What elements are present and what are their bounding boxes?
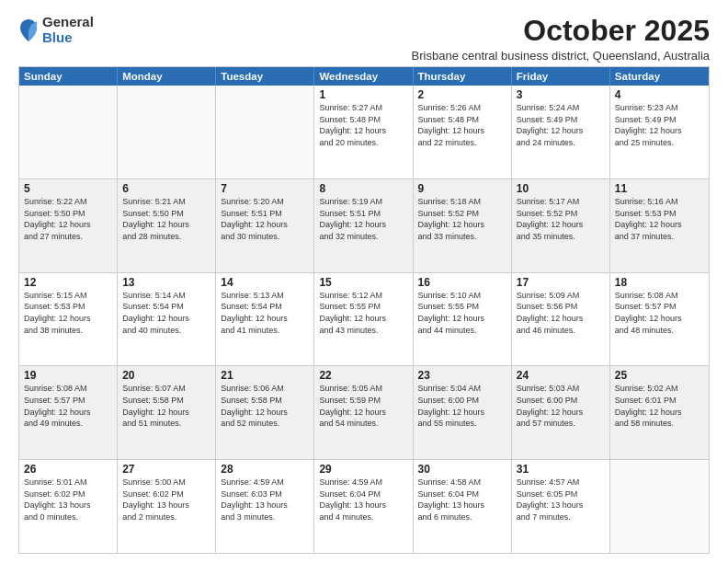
calendar-body: 1Sunrise: 5:27 AM Sunset: 5:48 PM Daylig… — [19, 86, 709, 553]
day-info: Sunrise: 5:24 AM Sunset: 5:49 PM Dayligh… — [517, 102, 605, 148]
day-number: 14 — [221, 276, 309, 289]
day-number: 25 — [615, 369, 704, 382]
logo-blue: Blue — [42, 30, 94, 46]
day-info: Sunrise: 5:22 AM Sunset: 5:50 PM Dayligh… — [24, 196, 112, 242]
day-number: 18 — [615, 276, 704, 289]
header-day-thursday: Thursday — [414, 67, 512, 86]
day-cell-6: 6Sunrise: 5:21 AM Sunset: 5:50 PM Daylig… — [118, 179, 216, 272]
day-number: 3 — [517, 88, 605, 101]
week-row-1: 1Sunrise: 5:27 AM Sunset: 5:48 PM Daylig… — [19, 86, 709, 179]
day-number: 7 — [221, 182, 309, 195]
day-cell-2: 2Sunrise: 5:26 AM Sunset: 5:48 PM Daylig… — [414, 86, 512, 178]
day-cell-13: 13Sunrise: 5:14 AM Sunset: 5:54 PM Dayli… — [118, 273, 216, 366]
day-number: 10 — [517, 182, 605, 195]
calendar-header: SundayMondayTuesdayWednesdayThursdayFrid… — [19, 67, 709, 86]
day-info: Sunrise: 4:59 AM Sunset: 6:04 PM Dayligh… — [319, 477, 407, 523]
month-title: October 2025 — [412, 15, 710, 47]
day-info: Sunrise: 5:03 AM Sunset: 6:00 PM Dayligh… — [517, 383, 605, 429]
day-cell-23: 23Sunrise: 5:04 AM Sunset: 6:00 PM Dayli… — [414, 366, 512, 459]
day-cell-11: 11Sunrise: 5:16 AM Sunset: 5:53 PM Dayli… — [610, 179, 709, 272]
day-cell-28: 28Sunrise: 4:59 AM Sunset: 6:03 PM Dayli… — [216, 460, 314, 553]
day-cell-27: 27Sunrise: 5:00 AM Sunset: 6:02 PM Dayli… — [118, 460, 216, 553]
day-cell-16: 16Sunrise: 5:10 AM Sunset: 5:55 PM Dayli… — [414, 273, 512, 366]
day-info: Sunrise: 5:20 AM Sunset: 5:51 PM Dayligh… — [221, 196, 309, 242]
day-info: Sunrise: 5:02 AM Sunset: 6:01 PM Dayligh… — [615, 383, 704, 429]
day-number: 9 — [418, 182, 506, 195]
header-day-saturday: Saturday — [610, 67, 709, 86]
empty-cell — [19, 86, 118, 178]
day-cell-19: 19Sunrise: 5:08 AM Sunset: 5:57 PM Dayli… — [19, 366, 118, 459]
day-cell-10: 10Sunrise: 5:17 AM Sunset: 5:52 PM Dayli… — [512, 179, 610, 272]
day-cell-22: 22Sunrise: 5:05 AM Sunset: 5:59 PM Dayli… — [314, 366, 413, 459]
day-info: Sunrise: 4:57 AM Sunset: 6:05 PM Dayligh… — [517, 477, 605, 523]
day-cell-7: 7Sunrise: 5:20 AM Sunset: 5:51 PM Daylig… — [216, 179, 314, 272]
day-cell-14: 14Sunrise: 5:13 AM Sunset: 5:54 PM Dayli… — [216, 273, 314, 366]
empty-cell — [610, 460, 709, 553]
day-info: Sunrise: 5:27 AM Sunset: 5:48 PM Dayligh… — [319, 102, 407, 148]
day-number: 23 — [418, 369, 506, 382]
day-number: 21 — [221, 369, 309, 382]
week-row-4: 19Sunrise: 5:08 AM Sunset: 5:57 PM Dayli… — [19, 366, 709, 460]
week-row-5: 26Sunrise: 5:01 AM Sunset: 6:02 PM Dayli… — [19, 460, 709, 553]
day-cell-30: 30Sunrise: 4:58 AM Sunset: 6:04 PM Dayli… — [414, 460, 512, 553]
day-cell-5: 5Sunrise: 5:22 AM Sunset: 5:50 PM Daylig… — [19, 179, 118, 272]
day-number: 4 — [615, 88, 704, 101]
day-number: 5 — [24, 182, 112, 195]
page: General Blue October 2025 Brisbane centr… — [0, 0, 728, 563]
day-info: Sunrise: 5:07 AM Sunset: 5:58 PM Dayligh… — [122, 383, 210, 429]
day-number: 15 — [319, 276, 407, 289]
day-number: 12 — [24, 276, 112, 289]
day-info: Sunrise: 5:12 AM Sunset: 5:55 PM Dayligh… — [319, 290, 407, 336]
week-row-3: 12Sunrise: 5:15 AM Sunset: 5:53 PM Dayli… — [19, 273, 709, 367]
header-day-friday: Friday — [512, 67, 610, 86]
day-info: Sunrise: 5:19 AM Sunset: 5:51 PM Dayligh… — [319, 196, 407, 242]
day-info: Sunrise: 5:08 AM Sunset: 5:57 PM Dayligh… — [615, 290, 704, 336]
subtitle: Brisbane central business district, Quee… — [412, 49, 710, 63]
day-number: 27 — [122, 463, 210, 476]
day-cell-3: 3Sunrise: 5:24 AM Sunset: 5:49 PM Daylig… — [512, 86, 610, 178]
day-number: 29 — [319, 463, 407, 476]
day-cell-9: 9Sunrise: 5:18 AM Sunset: 5:52 PM Daylig… — [414, 179, 512, 272]
day-number: 31 — [517, 463, 605, 476]
day-cell-8: 8Sunrise: 5:19 AM Sunset: 5:51 PM Daylig… — [314, 179, 413, 272]
day-info: Sunrise: 5:10 AM Sunset: 5:55 PM Dayligh… — [418, 290, 506, 336]
day-cell-31: 31Sunrise: 4:57 AM Sunset: 6:05 PM Dayli… — [512, 460, 610, 553]
logo-general: General — [42, 15, 94, 30]
day-info: Sunrise: 5:00 AM Sunset: 6:02 PM Dayligh… — [122, 477, 210, 523]
day-number: 28 — [221, 463, 309, 476]
day-info: Sunrise: 4:59 AM Sunset: 6:03 PM Dayligh… — [221, 477, 309, 523]
day-info: Sunrise: 5:15 AM Sunset: 5:53 PM Dayligh… — [24, 290, 112, 336]
header: General Blue October 2025 Brisbane centr… — [18, 15, 710, 63]
day-number: 13 — [122, 276, 210, 289]
day-cell-26: 26Sunrise: 5:01 AM Sunset: 6:02 PM Dayli… — [19, 460, 118, 553]
day-info: Sunrise: 5:04 AM Sunset: 6:00 PM Dayligh… — [418, 383, 506, 429]
day-number: 20 — [122, 369, 210, 382]
day-number: 24 — [517, 369, 605, 382]
week-row-2: 5Sunrise: 5:22 AM Sunset: 5:50 PM Daylig… — [19, 179, 709, 273]
day-number: 22 — [319, 369, 407, 382]
day-number: 6 — [122, 182, 210, 195]
day-number: 19 — [24, 369, 112, 382]
day-info: Sunrise: 5:13 AM Sunset: 5:54 PM Dayligh… — [221, 290, 309, 336]
day-number: 11 — [615, 182, 704, 195]
day-cell-4: 4Sunrise: 5:23 AM Sunset: 5:49 PM Daylig… — [610, 86, 709, 178]
day-info: Sunrise: 5:23 AM Sunset: 5:49 PM Dayligh… — [615, 102, 704, 148]
day-cell-1: 1Sunrise: 5:27 AM Sunset: 5:48 PM Daylig… — [314, 86, 413, 178]
day-cell-29: 29Sunrise: 4:59 AM Sunset: 6:04 PM Dayli… — [314, 460, 413, 553]
logo-text: General Blue — [42, 15, 94, 45]
day-info: Sunrise: 5:16 AM Sunset: 5:53 PM Dayligh… — [615, 196, 704, 242]
day-info: Sunrise: 5:14 AM Sunset: 5:54 PM Dayligh… — [122, 290, 210, 336]
logo-icon — [18, 17, 39, 43]
day-info: Sunrise: 5:17 AM Sunset: 5:52 PM Dayligh… — [517, 196, 605, 242]
day-cell-20: 20Sunrise: 5:07 AM Sunset: 5:58 PM Dayli… — [118, 366, 216, 459]
day-cell-21: 21Sunrise: 5:06 AM Sunset: 5:58 PM Dayli… — [216, 366, 314, 459]
header-day-monday: Monday — [118, 67, 216, 86]
day-number: 16 — [418, 276, 506, 289]
day-number: 30 — [418, 463, 506, 476]
header-day-wednesday: Wednesday — [314, 67, 413, 86]
day-info: Sunrise: 5:06 AM Sunset: 5:58 PM Dayligh… — [221, 383, 309, 429]
day-cell-25: 25Sunrise: 5:02 AM Sunset: 6:01 PM Dayli… — [610, 366, 709, 459]
day-info: Sunrise: 5:18 AM Sunset: 5:52 PM Dayligh… — [418, 196, 506, 242]
day-cell-24: 24Sunrise: 5:03 AM Sunset: 6:00 PM Dayli… — [512, 366, 610, 459]
title-block: October 2025 Brisbane central business d… — [412, 15, 710, 63]
